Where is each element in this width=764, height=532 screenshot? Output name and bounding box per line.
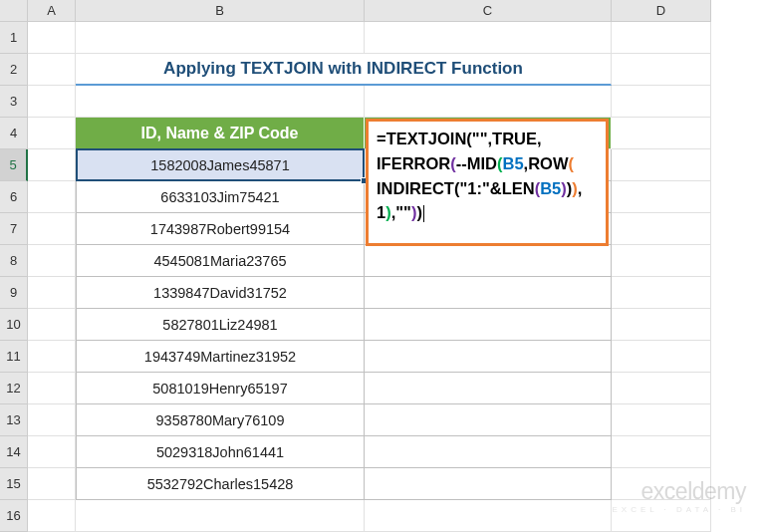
cell-b16[interactable] [76, 500, 365, 532]
cell-c10[interactable] [365, 309, 612, 341]
cell-d8[interactable] [612, 245, 711, 277]
tok-amp: & [490, 179, 502, 197]
cell-b7[interactable]: 1743987Robert99154 [76, 213, 365, 245]
cell-b12[interactable]: 5081019Henry65197 [76, 373, 365, 404]
cell-a13[interactable] [28, 404, 76, 436]
cell-d11[interactable] [612, 341, 711, 373]
cell-c13[interactable] [365, 404, 612, 436]
watermark-line1: exceldemy [612, 478, 746, 505]
row-header-16[interactable]: 16 [0, 500, 28, 532]
watermark-line2: EXCEL · DATA · BI [612, 505, 746, 514]
tok-cp1: ) [416, 203, 422, 221]
cell-a8[interactable] [28, 245, 76, 277]
cell-a6[interactable] [28, 181, 76, 213]
formula-editor-overlay[interactable]: =TEXTJOIN("",TRUE, IFERROR(--MID(B5,ROW(… [366, 119, 609, 246]
row-header-4[interactable]: 4 [0, 118, 28, 149]
row-header-6[interactable]: 6 [0, 181, 28, 213]
cell-a14[interactable] [28, 436, 76, 468]
cell-d9[interactable] [612, 277, 711, 309]
row-header-9[interactable]: 9 [0, 277, 28, 309]
cell-a12[interactable] [28, 373, 76, 404]
row-header-7[interactable]: 7 [0, 213, 28, 245]
cell-a4[interactable] [28, 118, 76, 149]
cell-c1[interactable] [365, 22, 612, 54]
cell-b3[interactable] [76, 86, 365, 118]
tok-mm: -- [456, 154, 467, 172]
cell-d1[interactable] [612, 22, 711, 54]
row-header-10[interactable]: 10 [0, 309, 28, 341]
cell-d10[interactable] [612, 309, 711, 341]
cell-a1[interactable] [28, 22, 76, 54]
cell-c14[interactable] [365, 436, 612, 468]
table-header-b[interactable]: ID, Name & ZIP Code [76, 118, 365, 149]
cell-a2[interactable] [28, 54, 76, 86]
cell-d12[interactable] [612, 373, 711, 404]
spreadsheet-grid: 1 2 3 4 5 6 7 8 9 10 11 12 13 14 15 16 A… [0, 0, 764, 532]
tok-one: 1 [377, 203, 385, 221]
tok-indirect: INDIRECT [377, 179, 454, 197]
row-header-8[interactable]: 8 [0, 245, 28, 277]
tok-op4: ( [569, 154, 575, 172]
cell-a3[interactable] [28, 86, 76, 118]
cell-c9[interactable] [365, 277, 612, 309]
cell-d7[interactable] [612, 213, 711, 245]
tok-mid: MID [467, 154, 497, 172]
cell-d14[interactable] [612, 436, 711, 468]
cell-d5[interactable] [612, 149, 711, 181]
cell-c15[interactable] [365, 468, 612, 500]
cell-b14[interactable]: 5029318John61441 [76, 436, 365, 468]
cell-b5-selected[interactable]: 1582008James45871 [76, 149, 365, 181]
row-header-15[interactable]: 15 [0, 468, 28, 500]
cell-b13[interactable]: 9358780Mary76109 [76, 404, 365, 436]
cell-b15[interactable]: 5532792Charles15428 [76, 468, 365, 500]
cell-a11[interactable] [28, 341, 76, 373]
row-header-11[interactable]: 11 [0, 341, 28, 373]
row-header-5[interactable]: 5 [0, 149, 28, 181]
cell-c16[interactable] [365, 500, 612, 532]
tok-q1: "" [472, 130, 488, 147]
cell-d4[interactable] [612, 118, 711, 149]
tok-q2: "1:" [459, 179, 489, 197]
col-header-b[interactable]: B [76, 0, 365, 22]
cell-b6[interactable]: 6633103Jim75421 [76, 181, 365, 213]
page-title[interactable]: Applying TEXTJOIN with INDIRECT Function [76, 54, 612, 86]
cell-c3[interactable] [365, 86, 612, 118]
col-header-a[interactable]: A [28, 0, 76, 22]
cell-d13[interactable] [612, 404, 711, 436]
cell-d2[interactable] [612, 54, 711, 86]
watermark: exceldemy EXCEL · DATA · BI [612, 478, 746, 514]
row-header-2[interactable]: 2 [0, 54, 28, 86]
text-cursor [423, 205, 424, 222]
cell-b10[interactable]: 5827801Liz24981 [76, 309, 365, 341]
cell-a9[interactable] [28, 277, 76, 309]
col-header-c[interactable]: C [365, 0, 612, 22]
cell-d3[interactable] [612, 86, 711, 118]
cell-d6[interactable] [612, 181, 711, 213]
cell-a16[interactable] [28, 500, 76, 532]
tok-len: LEN [502, 179, 535, 197]
cell-c8[interactable] [365, 245, 612, 277]
tok-b5b: B5 [540, 179, 561, 197]
cell-a5[interactable] [28, 149, 76, 181]
select-all-corner[interactable] [0, 0, 28, 22]
row-header-12[interactable]: 12 [0, 373, 28, 404]
cell-a15[interactable] [28, 468, 76, 500]
cell-c11[interactable] [365, 341, 612, 373]
row-header-14[interactable]: 14 [0, 436, 28, 468]
cell-b8[interactable]: 4545081Maria23765 [76, 245, 365, 277]
cell-a7[interactable] [28, 213, 76, 245]
row-headers: 1 2 3 4 5 6 7 8 9 10 11 12 13 14 15 16 [0, 0, 28, 532]
row-header-1[interactable]: 1 [0, 22, 28, 54]
cell-b1[interactable] [76, 22, 365, 54]
tok-row: ROW [528, 154, 568, 172]
row-header-13[interactable]: 13 [0, 404, 28, 436]
column-headers: A B C D [28, 0, 764, 22]
tok-iferror: IFERROR [377, 154, 450, 172]
cell-a10[interactable] [28, 309, 76, 341]
cell-b5-value: 1582008James45871 [150, 157, 289, 173]
row-header-3[interactable]: 3 [0, 86, 28, 118]
cell-b9[interactable]: 1339847David31752 [76, 277, 365, 309]
cell-b11[interactable]: 1943749Martinez31952 [76, 341, 365, 373]
cell-c12[interactable] [365, 373, 612, 404]
col-header-d[interactable]: D [612, 0, 711, 22]
